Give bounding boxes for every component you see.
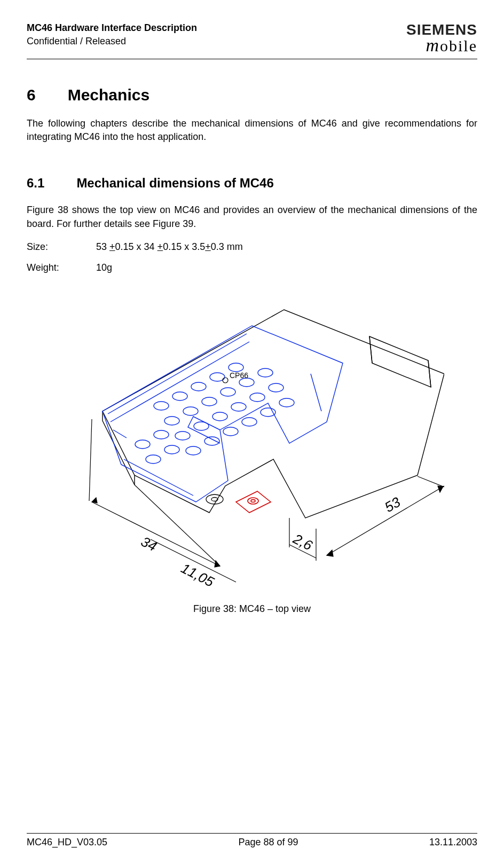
svg-line-2 [103, 421, 135, 485]
doc-title: MC46 Hardware Interface Description [27, 21, 197, 35]
svg-line-41 [92, 502, 220, 566]
svg-point-37 [251, 499, 255, 502]
svg-point-27 [186, 446, 201, 455]
svg-point-19 [175, 431, 190, 440]
spec-size-label: Size: [27, 241, 96, 253]
cp66-marker: CP66 [223, 371, 248, 383]
svg-point-20 [194, 422, 209, 430]
svg-point-23 [250, 393, 265, 402]
svg-point-12 [229, 363, 243, 372]
svg-point-26 [154, 430, 169, 439]
section-heading: 6 Mechanics [27, 86, 477, 104]
svg-point-33 [146, 455, 161, 464]
svg-marker-44 [92, 498, 97, 503]
subsection-intro: Figure 38 shows the top view on MC46 and… [27, 203, 477, 230]
footer-left: MC46_HD_V03.05 [27, 837, 107, 848]
svg-point-16 [220, 388, 235, 396]
svg-point-13 [164, 417, 179, 425]
spec-size: Size: 53 +0.15 x 34 +0.15 x 3.5+0.3 mm [27, 241, 477, 253]
svg-line-6 [428, 360, 431, 387]
subsection-heading: 6.1 Mechanical dimensions of MC46 [27, 176, 477, 191]
dim-34: 34 [138, 533, 159, 554]
antenna-connector-icon [236, 491, 271, 513]
svg-line-5 [369, 336, 372, 363]
svg-marker-4 [369, 336, 431, 387]
dim-2-6: 2,6 [290, 530, 315, 554]
svg-line-42 [89, 419, 92, 501]
spec-size-value: 53 +0.15 x 34 +0.15 x 3.5+0.3 mm [96, 241, 243, 253]
svg-marker-53 [438, 486, 443, 492]
svg-point-8 [154, 402, 169, 410]
svg-point-38 [206, 494, 223, 504]
footer-center: Page 88 of 99 [238, 837, 298, 848]
svg-marker-7 [103, 326, 343, 502]
svg-point-18 [258, 368, 273, 377]
svg-point-10 [191, 382, 206, 391]
svg-point-15 [202, 397, 217, 406]
doc-subtitle: Confidential / Released [27, 35, 197, 48]
subsection-number: 6.1 [27, 176, 44, 191]
svg-point-34 [164, 445, 179, 454]
doc-header: MC46 Hardware Interface Description Conf… [27, 21, 477, 59]
svg-point-40 [223, 378, 228, 383]
spec-weight: Weight: 10g [27, 262, 477, 273]
svg-marker-52 [327, 550, 333, 556]
svg-point-14 [183, 407, 198, 415]
svg-point-21 [212, 412, 227, 421]
cp66-label: CP66 [230, 371, 248, 380]
section-title: Mechanics [68, 86, 149, 104]
section-number: 6 [27, 86, 36, 104]
svg-point-32 [279, 398, 294, 407]
footer-right: 13.11.2003 [429, 837, 477, 848]
spec-weight-value: 10g [96, 262, 112, 273]
brand-logo: SIEMENS mobile [406, 21, 477, 56]
svg-point-24 [269, 383, 284, 392]
dim-11-05: 11,05 [178, 560, 217, 587]
svg-marker-45 [215, 561, 220, 567]
svg-point-22 [231, 403, 246, 411]
figure-caption: Figure 38: MC46 – top view [193, 603, 311, 615]
svg-point-9 [172, 392, 187, 400]
svg-point-29 [223, 427, 238, 436]
svg-point-30 [242, 418, 257, 426]
figure-drawing: CP66 [60, 288, 444, 587]
svg-line-50 [327, 486, 444, 555]
svg-point-25 [135, 440, 150, 449]
pads-icon [135, 363, 294, 464]
spec-weight-label: Weight: [27, 262, 96, 273]
svg-point-28 [204, 437, 219, 445]
svg-point-36 [248, 498, 258, 504]
svg-line-51 [418, 476, 444, 487]
section-intro: The following chapters describe the mech… [27, 117, 477, 144]
doc-footer: MC46_HD_V03.05 Page 88 of 99 13.11.2003 [27, 833, 477, 848]
subsection-title: Mechanical dimensions of MC46 [76, 176, 273, 191]
